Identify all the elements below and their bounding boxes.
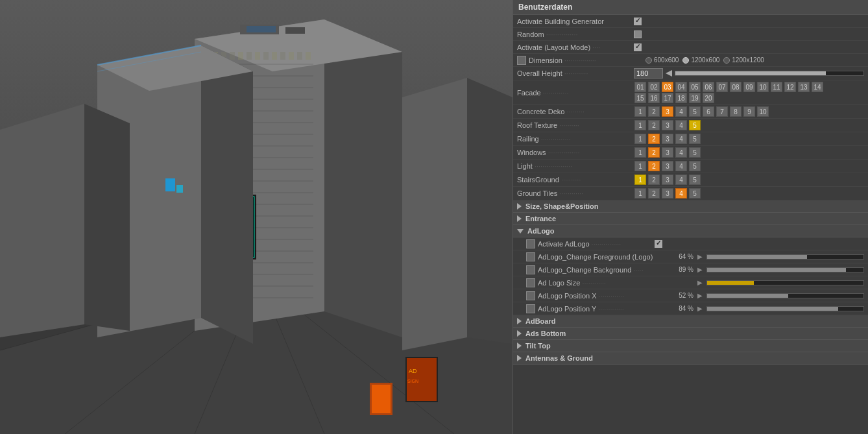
facade-btn-19[interactable]: 19 <box>689 93 701 103</box>
concrete-deko-7[interactable]: 7 <box>716 106 728 117</box>
concrete-deko-2[interactable]: 2 <box>648 106 660 117</box>
random-checkbox[interactable] <box>634 30 642 38</box>
railing-3[interactable]: 3 <box>662 134 673 144</box>
roof-texture-1[interactable]: 1 <box>634 120 646 130</box>
dimension-1200x600[interactable]: 1200x600 <box>682 56 719 64</box>
ground-tiles-1[interactable]: 1 <box>634 188 646 199</box>
adlogo-foreground-track[interactable] <box>706 254 864 259</box>
facade-btn-10[interactable]: 10 <box>757 82 769 92</box>
entrance-section[interactable]: Entrance <box>513 213 868 225</box>
concrete-deko-9[interactable]: 9 <box>743 106 755 117</box>
dimension-600x600[interactable]: 600x600 <box>645 56 679 64</box>
size-shape-section[interactable]: Size, Shape&Position <box>513 200 868 213</box>
ground-tiles-row: Ground Tiles ············ 1 2 3 4 5 <box>513 187 868 200</box>
dimension-1200x1200[interactable]: 1200x1200 <box>723 56 764 64</box>
light-3[interactable]: 3 <box>662 161 673 171</box>
facade-btn-14[interactable]: 14 <box>812 82 823 92</box>
ground-tiles-2[interactable]: 2 <box>648 188 660 199</box>
svg-rect-20 <box>272 52 277 60</box>
light-4[interactable]: 4 <box>675 161 687 171</box>
ads-bottom-section[interactable]: Ads Bottom <box>513 328 868 340</box>
railing-1[interactable]: 1 <box>634 134 646 144</box>
facade-btn-04[interactable]: 04 <box>675 82 687 92</box>
stairs-3[interactable]: 3 <box>662 175 673 185</box>
windows-5[interactable]: 5 <box>689 147 701 158</box>
railing-row: Railing ··············· 1 2 3 4 5 <box>513 132 868 146</box>
facade-btn-09[interactable]: 09 <box>743 82 755 92</box>
adlogo-foreground-fill <box>707 255 807 259</box>
stairs-4[interactable]: 4 <box>675 175 687 185</box>
activate-layout-checkbox[interactable] <box>634 43 642 51</box>
adlogo-positiony-track[interactable] <box>706 306 864 311</box>
stairs-2[interactable]: 2 <box>648 175 660 185</box>
railing-2[interactable]: 2 <box>648 134 660 144</box>
concrete-deko-6[interactable]: 6 <box>703 106 714 117</box>
stairs-1[interactable]: 1 <box>634 175 646 185</box>
facade-btn-08[interactable]: 08 <box>730 82 741 92</box>
roof-texture-3[interactable]: 3 <box>662 120 673 130</box>
windows-2[interactable]: 2 <box>648 147 660 158</box>
roof-texture-4[interactable]: 4 <box>675 120 687 130</box>
facade-btn-06[interactable]: 06 <box>703 82 714 92</box>
adlogo-positionx-arrow[interactable]: ▶ <box>697 292 703 299</box>
concrete-deko-4[interactable]: 4 <box>675 106 687 117</box>
windows-1[interactable]: 1 <box>634 147 646 158</box>
activate-adlogo-icon <box>526 239 535 248</box>
railing-5[interactable]: 5 <box>689 134 701 144</box>
windows-3[interactable]: 3 <box>662 147 673 158</box>
concrete-deko-5[interactable]: 5 <box>689 106 701 117</box>
adlogo-positiony-label: AdLogo Position Y ············· <box>538 305 668 313</box>
adlogo-foreground-arrow[interactable]: ▶ <box>697 253 703 260</box>
facade-btn-16[interactable]: 16 <box>648 93 660 103</box>
adlogo-size-track[interactable] <box>706 280 864 285</box>
facade-btn-15[interactable]: 15 <box>634 93 646 103</box>
adlogo-positiony-arrow[interactable]: ▶ <box>697 305 703 312</box>
adboard-section[interactable]: AdBoard <box>513 315 868 328</box>
ground-tiles-3[interactable]: 3 <box>662 188 673 199</box>
windows-4[interactable]: 4 <box>675 147 687 158</box>
random-label: Random ················ <box>517 30 634 38</box>
railing-4[interactable]: 4 <box>675 134 687 144</box>
adlogo-background-fill <box>707 268 846 272</box>
facade-btn-03[interactable]: 03 <box>662 82 673 92</box>
concrete-deko-1[interactable]: 1 <box>634 106 646 117</box>
facade-btn-02[interactable]: 02 <box>648 82 660 92</box>
height-slider-arrow[interactable] <box>666 70 672 77</box>
stairs-5[interactable]: 5 <box>689 175 701 185</box>
facade-btn-18[interactable]: 18 <box>675 93 687 103</box>
activate-adlogo-label: Activate AdLogo ··············· <box>538 240 655 248</box>
roof-texture-2[interactable]: 2 <box>648 120 660 130</box>
concrete-deko-10[interactable]: 10 <box>757 106 769 117</box>
overall-height-label: Overall Height ············ <box>517 69 634 77</box>
ground-tiles-4[interactable]: 4 <box>675 188 687 199</box>
activate-adlogo-checkbox[interactable] <box>655 240 662 248</box>
facade-btn-20[interactable]: 20 <box>703 93 714 103</box>
adlogo-size-arrow[interactable]: ▶ <box>697 279 703 286</box>
adlogo-background-track[interactable] <box>706 267 864 272</box>
facade-btn-11[interactable]: 11 <box>771 82 782 92</box>
overall-height-slider[interactable] <box>675 71 864 76</box>
facade-btn-01[interactable]: 01 <box>634 82 646 92</box>
adlogo-positionx-track[interactable] <box>706 293 864 298</box>
adlogo-section[interactable]: AdLogo <box>513 225 868 237</box>
light-1[interactable]: 1 <box>634 161 646 171</box>
concrete-deko-3[interactable]: 3 <box>662 106 673 117</box>
ground-tiles-5[interactable]: 5 <box>689 188 701 199</box>
adlogo-background-arrow[interactable]: ▶ <box>697 266 703 273</box>
antennas-ground-section[interactable]: Antennas & Ground <box>513 352 868 365</box>
facade-btn-12[interactable]: 12 <box>784 82 796 92</box>
facade-btn-13[interactable]: 13 <box>798 82 810 92</box>
svg-rect-22 <box>289 52 294 60</box>
tilt-top-section[interactable]: Tilt Top <box>513 340 868 352</box>
overall-height-input[interactable] <box>634 68 663 78</box>
facade-btn-05[interactable]: 05 <box>689 82 701 92</box>
light-2[interactable]: 2 <box>648 161 660 171</box>
roof-texture-5[interactable]: 5 <box>689 120 701 130</box>
adlogo-position-y-row: AdLogo Position Y ············· 84 % ▶ <box>513 302 868 315</box>
facade-btn-07[interactable]: 07 <box>716 82 728 92</box>
concrete-deko-8[interactable]: 8 <box>730 106 741 117</box>
light-5[interactable]: 5 <box>689 161 701 171</box>
facade-btn-17[interactable]: 17 <box>662 93 673 103</box>
roof-texture-row: Roof Texture ·········· 1 2 3 4 5 <box>513 119 868 132</box>
activate-building-checkbox[interactable] <box>634 18 642 25</box>
